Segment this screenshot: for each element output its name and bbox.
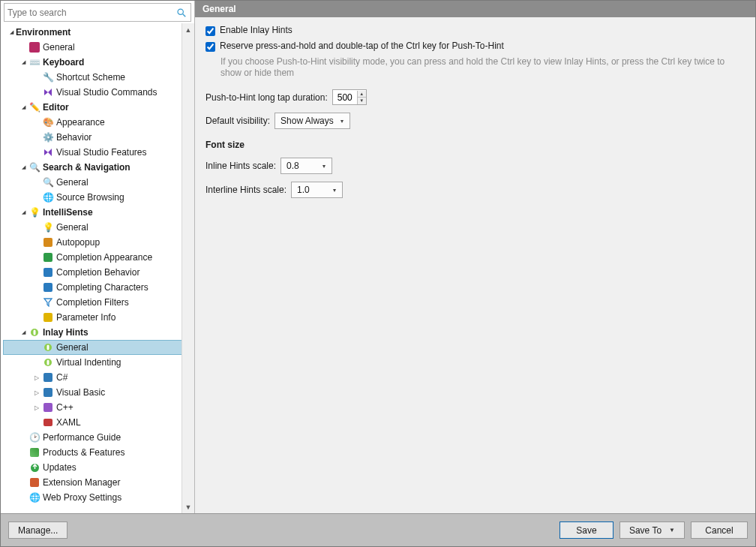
- right-panel: General Enable Inlay Hints Reserve press…: [195, 1, 755, 513]
- tree-label: Environment: [16, 26, 70, 40]
- extension-icon: [28, 476, 40, 488]
- tree-vs-features[interactable]: Visual Studio Features: [4, 145, 194, 160]
- interline-scale-value: 1.0: [297, 185, 330, 195]
- tree-label: Appearance: [56, 116, 105, 130]
- reserve-ctrl-label: Reserve press-and-hold and double-tap of…: [220, 41, 504, 51]
- tree-appearance[interactable]: 🎨Appearance: [4, 115, 194, 130]
- tree-inlay-general[interactable]: General: [3, 340, 194, 355]
- tree-csharp[interactable]: C#: [4, 370, 194, 385]
- manage-button[interactable]: Manage...: [8, 521, 68, 539]
- tree-comp-chars[interactable]: Completing Characters: [4, 280, 194, 295]
- tree-web-proxy[interactable]: 🌐Web Proxy Settings: [4, 490, 194, 505]
- inlay-general-icon: [42, 341, 54, 353]
- tree-perf-guide[interactable]: 🕑Performance Guide: [4, 430, 194, 445]
- tree-label: Completion Behavior: [56, 266, 140, 280]
- tree-behavior[interactable]: ⚙️Behavior: [4, 130, 194, 145]
- cancel-button[interactable]: Cancel: [691, 521, 748, 539]
- tree-xaml[interactable]: XAML: [4, 415, 194, 430]
- vs-icon: [42, 86, 54, 98]
- tree-ext-mgr[interactable]: Extension Manager: [4, 475, 194, 490]
- tree-autopopup[interactable]: Autopopup: [4, 235, 194, 250]
- spinner-up-icon[interactable]: ▲: [358, 91, 366, 98]
- default-visibility-dropdown[interactable]: Show Always ▾: [274, 113, 350, 129]
- globe-icon: 🌐: [42, 191, 54, 203]
- push-duration-spinner[interactable]: ▲ ▼: [332, 89, 367, 105]
- save-to-button[interactable]: Save To▼: [620, 521, 685, 539]
- comp-appearance-icon: [42, 251, 54, 263]
- tree-label: Visual Basic: [56, 386, 105, 400]
- tree-keyboard[interactable]: ⌨️Keyboard: [4, 55, 194, 70]
- pencil-icon: ✏️: [28, 101, 40, 113]
- tree-container: Environment General ⌨️Keyboard 🔧Shortcut…: [1, 23, 194, 513]
- svg-point-0: [178, 9, 183, 14]
- tree-editor[interactable]: ✏️Editor: [4, 100, 194, 115]
- interline-scale-dropdown[interactable]: 1.0 ▾: [291, 182, 343, 198]
- tree-label: General: [56, 221, 88, 235]
- search-box[interactable]: [4, 3, 191, 22]
- svg-line-1: [183, 14, 186, 17]
- tree-general[interactable]: General: [4, 40, 194, 55]
- tree-source-browsing[interactable]: 🌐Source Browsing: [4, 190, 194, 205]
- chevron-down-icon: ▾: [338, 118, 346, 125]
- tree-cpp[interactable]: C++: [4, 400, 194, 415]
- tree-param-info[interactable]: Parameter Info: [4, 310, 194, 325]
- cancel-label: Cancel: [705, 525, 733, 536]
- tree-label: XAML: [56, 416, 81, 430]
- enable-inlay-row[interactable]: Enable Inlay Hints: [206, 25, 745, 36]
- tree-vs-commands[interactable]: Visual Studio Commands: [4, 85, 194, 100]
- spinner-down-icon[interactable]: ▼: [358, 98, 366, 104]
- tree-label: Parameter Info: [56, 311, 116, 325]
- palette-icon: 🎨: [42, 116, 54, 128]
- tree-label: Inlay Hints: [43, 326, 88, 340]
- search-input[interactable]: [8, 8, 176, 18]
- font-size-header: Font size: [206, 140, 745, 150]
- scroll-up-icon[interactable]: ▲: [182, 23, 194, 36]
- chevron-down-icon: ▾: [320, 163, 328, 170]
- tree-shortcut-scheme[interactable]: 🔧Shortcut Scheme: [4, 70, 194, 85]
- tree-vb[interactable]: Visual Basic: [4, 385, 194, 400]
- tree-label: Virtual Indenting: [56, 356, 122, 370]
- tree-updates[interactable]: Updates: [4, 460, 194, 475]
- autopopup-icon: [42, 236, 54, 248]
- tree-inlay-hints[interactable]: Inlay Hints: [4, 325, 194, 340]
- save-to-label: Save To: [629, 525, 662, 536]
- tree-label: General: [56, 176, 88, 190]
- enable-inlay-checkbox[interactable]: [206, 26, 215, 36]
- interline-scale-label: Interline Hints scale:: [206, 185, 286, 195]
- tree-environment[interactable]: Environment: [4, 25, 194, 40]
- tree-is-general[interactable]: 💡General: [4, 220, 194, 235]
- bulb-general-icon: 💡: [42, 221, 54, 233]
- save-button[interactable]: Save: [560, 521, 614, 539]
- tree-label: Keyboard: [43, 56, 84, 70]
- tree-label: General: [56, 341, 88, 355]
- vb-icon: [42, 386, 54, 398]
- default-visibility-label: Default visibility:: [206, 116, 270, 126]
- param-icon: [42, 311, 54, 323]
- tree-comp-appearance[interactable]: Completion Appearance: [4, 250, 194, 265]
- tree-comp-behavior[interactable]: Completion Behavior: [4, 265, 194, 280]
- push-duration-row: Push-to-Hint long tap duration: ▲ ▼: [206, 89, 745, 105]
- inline-scale-dropdown[interactable]: 0.8 ▾: [280, 158, 332, 174]
- scroll-down-icon[interactable]: ▼: [182, 500, 194, 513]
- cpp-icon: [42, 401, 54, 413]
- spinner-buttons[interactable]: ▲ ▼: [357, 91, 366, 104]
- tree-label: IntelliSense: [43, 206, 93, 220]
- tree-label: Search & Navigation: [43, 161, 130, 175]
- tree-virtual-indenting[interactable]: Virtual Indenting: [4, 355, 194, 370]
- tree-search-general[interactable]: 🔍General: [4, 175, 194, 190]
- proxy-icon: 🌐: [28, 491, 40, 503]
- xaml-icon: [42, 416, 54, 428]
- chevron-down-icon: ▾: [330, 187, 339, 194]
- reserve-ctrl-checkbox[interactable]: [206, 42, 215, 52]
- tree-intellisense[interactable]: 💡IntelliSense: [4, 205, 194, 220]
- tree-scrollbar[interactable]: ▲ ▼: [182, 23, 194, 513]
- vs-feat-icon: [42, 146, 54, 158]
- push-duration-input[interactable]: [333, 92, 357, 103]
- tree-search-nav[interactable]: 🔍Search & Navigation: [4, 160, 194, 175]
- tree-comp-filters[interactable]: Completion Filters: [4, 295, 194, 310]
- tree-products[interactable]: Products & Features: [4, 445, 194, 460]
- reserve-ctrl-row[interactable]: Reserve press-and-hold and double-tap of…: [206, 41, 745, 52]
- keyboard-icon: ⌨️: [28, 56, 40, 68]
- wrench-icon: 🔧: [42, 71, 54, 83]
- filter-icon: [42, 296, 54, 308]
